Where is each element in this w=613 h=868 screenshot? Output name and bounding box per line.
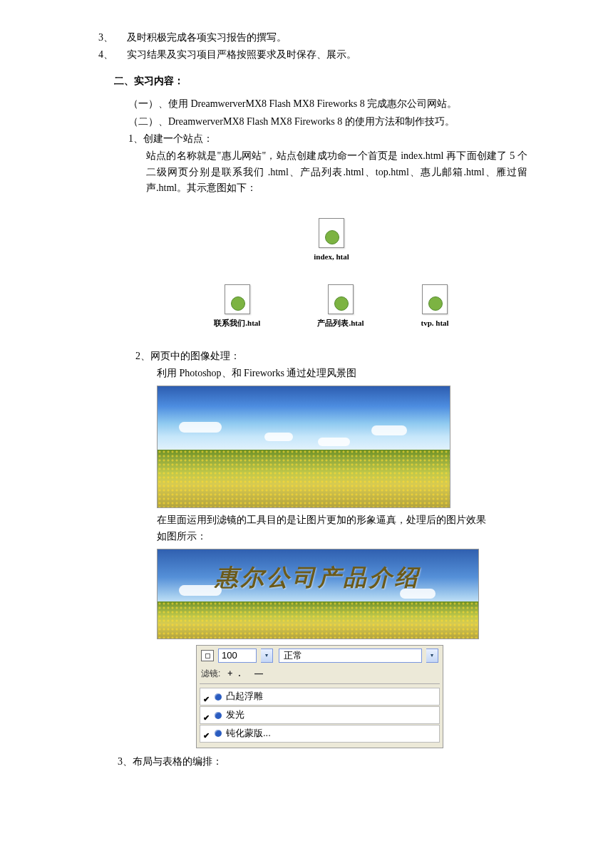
dot-icon <box>215 712 222 719</box>
dot-icon <box>215 730 222 737</box>
subitem-s2-body: 利用 Photoshop、和 Fireworks 通过处理风景图 <box>43 366 570 381</box>
field-texture <box>158 450 450 508</box>
blend-mode-select[interactable]: 正常 <box>279 649 422 663</box>
subitem-s2-title: 2、网页中的图像处理： <box>43 348 570 364</box>
check-icon: ✔ <box>203 693 210 701</box>
cloud-icon <box>179 422 222 433</box>
file-icon-products: 产品列表.htal <box>317 284 364 330</box>
file-icon-tvp: tvp. htal <box>421 284 449 330</box>
file-icon-index: index, htal <box>314 218 349 264</box>
subitem-two: （二）、DreamwerverMX8 Flash MX8 Fireworks 8… <box>43 114 570 130</box>
banner-text: 惠尔公司产品介绍 <box>158 559 478 596</box>
filter-item-glow[interactable]: ✔ 发光 <box>200 706 440 724</box>
check-icon: ✔ <box>203 730 210 737</box>
cloud-icon <box>318 438 350 446</box>
filter-item-label: 钝化蒙版... <box>226 726 271 741</box>
cloud-icon <box>264 433 293 441</box>
filter-item-unsharp[interactable]: ✔ 钝化蒙版... <box>200 725 440 743</box>
list-number: 4、 <box>98 47 127 63</box>
filter-list: ✔ 凸起浮雕 ✔ 发光 ✔ 钝化蒙版... <box>197 686 443 747</box>
subitem-s2-mid: 在里面运用到滤镜的工具目的是让图片更加的形象逼真，处理后的图片效果如图所示： <box>43 512 570 544</box>
section-heading: 二、实习内容： <box>114 73 570 89</box>
opacity-value[interactable]: 100 <box>218 649 257 663</box>
file-label: 联系我们.htal <box>214 317 260 330</box>
list-item-4: 4、 实习结果及实习项目严格按照要求及时保存、展示。 <box>43 47 570 63</box>
list-number: 3、 <box>98 30 127 46</box>
subitem-s3-title: 3、布局与表格的编排： <box>43 754 570 770</box>
cloud-icon <box>371 425 407 435</box>
dreamweaver-file-icon <box>319 218 344 248</box>
subitem-s1-body: 站点的名称就是"惠儿网站"，站点创建成功命一个首页是 index.html 再下… <box>43 148 570 196</box>
file-label: tvp. htal <box>421 317 449 330</box>
box-icon[interactable] <box>201 650 214 661</box>
dw-circle-icon <box>428 296 443 311</box>
list-text: 实习结果及实习项目严格按照要求及时保存、展示。 <box>127 47 356 63</box>
file-icon-contact: 联系我们.htal <box>214 284 260 330</box>
dot-icon <box>215 693 222 701</box>
dw-circle-icon <box>334 296 349 311</box>
dw-circle-icon <box>325 230 339 244</box>
file-label: index, htal <box>314 251 349 264</box>
dw-circle-icon <box>231 296 245 311</box>
file-label: 产品列表.htal <box>317 317 364 330</box>
divider <box>200 683 440 684</box>
filter-item-label: 发光 <box>226 708 244 723</box>
filter-row-label: 滤镜: +. — <box>197 666 443 682</box>
filter-panel: 100 ▾ 正常 ▾ 滤镜: +. — ✔ 凸起浮雕 ✔ 发光 ✔ 钝化蒙版..… <box>196 645 443 748</box>
filter-label: 滤镜: <box>201 667 220 681</box>
filter-item-label: 凸起浮雕 <box>226 689 263 704</box>
filter-item-emboss[interactable]: ✔ 凸起浮雕 <box>200 688 440 706</box>
dreamweaver-file-icon <box>328 284 354 314</box>
icon-row-three: 联系我们.htal 产品列表.htal tvp. htal <box>43 284 570 330</box>
dropdown-icon[interactable]: ▾ <box>261 649 273 663</box>
intro-list: 3、 及时积极完成各项实习报告的撰写。 4、 实习结果及实习项目严格按照要求及时… <box>43 30 570 63</box>
dreamweaver-file-icon <box>422 284 448 314</box>
list-item-3: 3、 及时积极完成各项实习报告的撰写。 <box>43 30 570 46</box>
dropdown-icon[interactable]: ▾ <box>426 649 438 663</box>
filter-row-top: 100 ▾ 正常 ▾ <box>197 646 443 666</box>
icon-row-single: index, htal <box>43 218 570 264</box>
sky-region <box>158 386 450 453</box>
subitem-one: （一）、使用 DreamwerverMX8 Flash MX8 Firework… <box>43 96 570 112</box>
landscape-image <box>157 386 450 508</box>
banner-image: 惠尔公司产品介绍 <box>157 549 479 639</box>
subitem-s1-title: 1、创建一个站点： <box>43 131 570 147</box>
check-icon: ✔ <box>203 712 210 719</box>
list-text: 及时积极完成各项实习报告的撰写。 <box>127 30 287 46</box>
plus-minus-controls[interactable]: +. — <box>227 667 269 681</box>
field-texture <box>158 601 478 639</box>
dreamweaver-file-icon <box>225 284 250 314</box>
